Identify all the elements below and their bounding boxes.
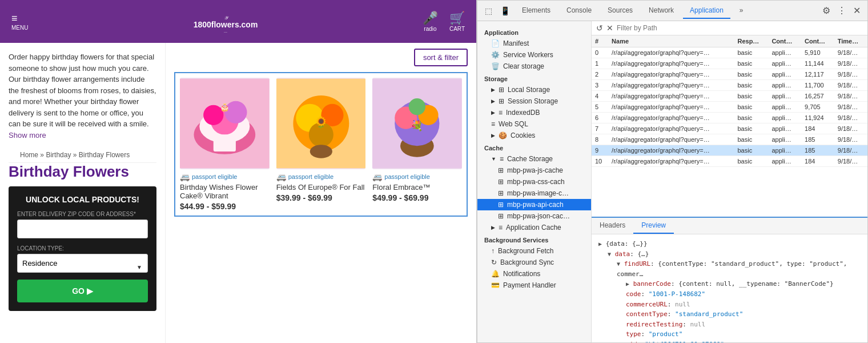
sidebar-local-storage[interactable]: ▶ ⊞ Local Storage — [477, 84, 591, 95]
menu-button[interactable]: ≡ MENU — [11, 13, 28, 31]
sidebar-bg-sync[interactable]: ↻ Background Sync — [477, 257, 591, 268]
tab-elements[interactable]: Elements — [515, 3, 557, 19]
product-card-3[interactable]: 💐 🚐 passport eligible Floral Embrace™ $4… — [372, 78, 462, 211]
cart-icon: 🛒 — [449, 11, 465, 26]
logo-area[interactable]: 𝒴 1800flowers.com ... — [186, 10, 266, 33]
preview-line-10: uid: "bltf36f711e60e87069" — [626, 340, 861, 342]
filter-input[interactable] — [617, 24, 863, 32]
table-row[interactable]: 9 /r/api/aggregator/graphql?query=… basi… — [592, 145, 867, 156]
notifications-icon: 🔔 — [491, 270, 500, 278]
sort-bar: sort & filter — [174, 49, 468, 66]
cell-cont1: appli… — [768, 47, 801, 58]
product-card-2[interactable]: 🌻 🚐 passport eligible Fields Of Europe® … — [276, 78, 366, 211]
logo-svg: 𝒴 1800flowers.com ... — [186, 10, 266, 33]
settings-icon[interactable]: ⚙ — [820, 3, 833, 18]
cell-cont2: 184 — [801, 123, 834, 134]
radio-button[interactable]: 🎤 radio — [423, 11, 438, 32]
tab-headers[interactable]: Headers — [592, 218, 633, 234]
devtools-topbar: ⬚ 📱 Elements Console Sources Network App… — [477, 1, 867, 21]
sidebar-web-sql[interactable]: ≡ Web SQL — [477, 118, 591, 130]
device-icon[interactable]: 📱 — [497, 5, 513, 17]
cell-num: 2 — [592, 69, 608, 80]
sidebar-api-cache[interactable]: ⊞ mbp-pwa-api-cach — [477, 199, 591, 210]
sidebar-bg-fetch[interactable]: ↑ Background Fetch — [477, 245, 591, 257]
location-select-wrapper: Residence — [17, 254, 148, 280]
sidebar-js-cache[interactable]: ⊞ mbp-pwa-js-cache — [477, 165, 591, 176]
refresh-icon[interactable]: ↺ — [596, 23, 603, 33]
table-row[interactable]: 10 /r/api/aggregator/graphql?query=… bas… — [592, 156, 867, 167]
col-header-time[interactable]: Time… — [834, 35, 867, 47]
go-button[interactable]: GO ▶ — [17, 280, 148, 302]
sidebar-payment-handler[interactable]: 💳 Payment Handler — [477, 280, 591, 291]
more-icon[interactable]: ⋮ — [835, 3, 849, 18]
sidebar-image-cache[interactable]: ⊞ mbp-pwa-image-c… — [477, 188, 591, 199]
sidebar-notifications[interactable]: 🔔 Notifications — [477, 268, 591, 280]
storage-section-title: Storage — [477, 72, 591, 84]
inspect-icon[interactable]: ⬚ — [482, 5, 495, 17]
col-header-resp[interactable]: Resp… — [734, 35, 768, 47]
cell-resp: basic — [734, 47, 768, 58]
sidebar-indexeddb[interactable]: ▶ ≡ IndexedDB — [477, 107, 591, 118]
cell-cont1: appli… — [768, 80, 801, 91]
tab-network[interactable]: Network — [642, 3, 681, 19]
expand-cookies-icon: ▶ — [491, 133, 495, 138]
js-cache-icon: ⊞ — [498, 166, 504, 174]
sidebar-app-cache[interactable]: ▶ ≡ Application Cache — [477, 222, 591, 233]
css-cache-icon: ⊞ — [498, 178, 504, 186]
col-header-name[interactable]: Name — [608, 35, 734, 47]
cell-resp: basic — [734, 102, 768, 113]
tab-console[interactable]: Console — [560, 3, 598, 19]
tab-sources[interactable]: Sources — [601, 3, 640, 19]
table-row[interactable]: 6 /r/api/aggregator/graphql?query=… basi… — [592, 113, 867, 123]
tab-more[interactable]: » — [733, 3, 750, 19]
table-row[interactable]: 1 /r/api/aggregator/graphql?query=… basi… — [592, 58, 867, 69]
sidebar-css-cache[interactable]: ⊞ mbp-pwa-css-cach — [477, 176, 591, 188]
location-label: LOCATION TYPE: — [17, 245, 148, 252]
tab-preview[interactable]: Preview — [633, 218, 674, 234]
sidebar-json-cache[interactable]: ⊞ mbp-pwa-json-cac… — [477, 210, 591, 222]
cell-resp: basic — [734, 134, 768, 145]
table-row[interactable]: 2 /r/api/aggregator/graphql?query=… basi… — [592, 69, 867, 80]
microphone-icon: 🎤 — [423, 11, 438, 26]
table-row[interactable]: 3 /r/api/aggregator/graphql?query=… basi… — [592, 80, 867, 91]
cell-time: 9/18/… — [834, 91, 867, 102]
col-header-cont1[interactable]: Cont… — [768, 35, 801, 47]
product-card-1[interactable]: 🎂 🚐 passport eligible Birthday Wishes Fl… — [180, 78, 270, 211]
filter-clear-icon[interactable]: ✕ — [606, 23, 613, 33]
col-header-num[interactable]: # — [592, 35, 608, 47]
cell-cont2: 185 — [801, 145, 834, 156]
sidebar-service-workers[interactable]: ⚙️ Service Workers — [477, 49, 591, 61]
breadcrumb-birthday[interactable]: Birthday — [46, 151, 71, 159]
table-row[interactable]: 7 /r/api/aggregator/graphql?query=… basi… — [592, 123, 867, 134]
breadcrumb-home[interactable]: Home — [20, 151, 38, 159]
sidebar-cookies[interactable]: ▶ 🍪 Cookies — [477, 130, 591, 141]
json-cache-icon: ⊞ — [498, 212, 504, 220]
table-row[interactable]: 5 /r/api/aggregator/graphql?query=… basi… — [592, 102, 867, 113]
sort-filter-button[interactable]: sort & filter — [414, 49, 468, 66]
sidebar-manifest[interactable]: 📄 Manifest — [477, 38, 591, 49]
show-more-link[interactable]: Show more — [9, 131, 46, 139]
zip-input[interactable] — [17, 220, 148, 238]
bottom-panel: Headers Preview ▶ {data: {…}} ▼ data: {…… — [592, 217, 867, 342]
cell-cont1: appli… — [768, 156, 801, 167]
sidebar-clear-storage[interactable]: 🗑️ Clear storage — [477, 61, 591, 72]
sidebar-session-storage[interactable]: ▶ ⊞ Session Storage — [477, 95, 591, 107]
table-row[interactable]: 4 /r/api/aggregator/graphql?query=… basi… — [592, 91, 867, 102]
preview-line-1: ▶ {data: {…}} — [598, 239, 861, 249]
location-select[interactable]: Residence — [17, 254, 148, 273]
table-row[interactable]: 8 /r/api/aggregator/graphql?query=… basi… — [592, 134, 867, 145]
preview-line-3: ▼ findURL: {contentType: "standard_produ… — [617, 259, 861, 279]
cell-num: 7 — [592, 123, 608, 134]
cell-num: 4 — [592, 91, 608, 102]
cell-name: /r/api/aggregator/graphql?query=… — [608, 58, 734, 69]
table-row[interactable]: 0 /r/api/aggregator/graphql?query=… basi… — [592, 47, 867, 58]
cell-cont2: 9,705 — [801, 102, 834, 113]
cell-name: /r/api/aggregator/graphql?query=… — [608, 134, 734, 145]
tab-application[interactable]: Application — [683, 3, 730, 19]
close-icon[interactable]: ✕ — [851, 3, 863, 18]
cart-button[interactable]: 🛒 CART — [449, 11, 465, 32]
sidebar-cache-storage[interactable]: ▼ ≡ Cache Storage — [477, 153, 591, 165]
passport-badge-2: 🚐 passport eligible — [276, 172, 366, 181]
col-header-cont2[interactable]: Cont… — [801, 35, 834, 47]
service-workers-icon: ⚙️ — [491, 51, 500, 59]
